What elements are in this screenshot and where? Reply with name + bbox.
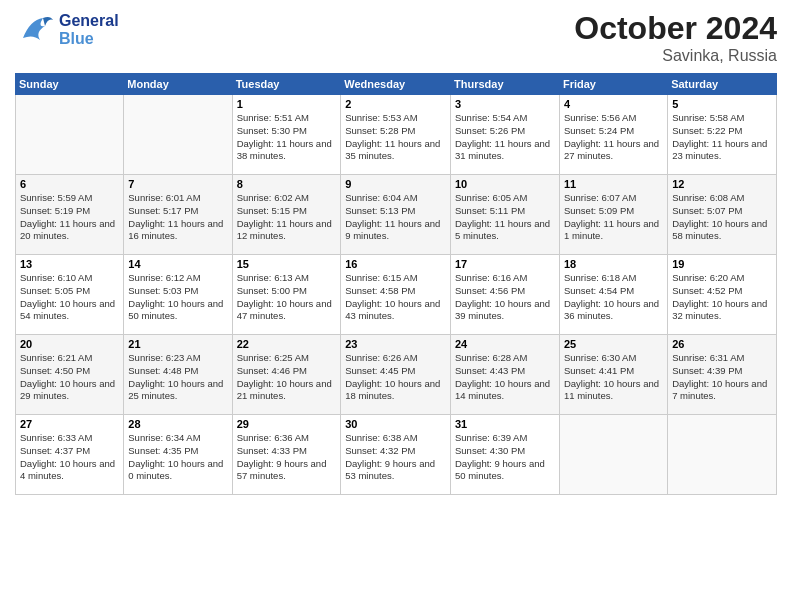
day-header-monday: Monday bbox=[124, 74, 232, 95]
calendar-cell: 6Sunrise: 5:59 AM Sunset: 5:19 PM Daylig… bbox=[16, 175, 124, 255]
day-number: 24 bbox=[455, 338, 555, 350]
day-number: 22 bbox=[237, 338, 337, 350]
calendar-cell: 22Sunrise: 6:25 AM Sunset: 4:46 PM Dayli… bbox=[232, 335, 341, 415]
calendar-cell: 20Sunrise: 6:21 AM Sunset: 4:50 PM Dayli… bbox=[16, 335, 124, 415]
calendar-cell: 18Sunrise: 6:18 AM Sunset: 4:54 PM Dayli… bbox=[559, 255, 667, 335]
calendar-cell: 16Sunrise: 6:15 AM Sunset: 4:58 PM Dayli… bbox=[341, 255, 451, 335]
day-number: 1 bbox=[237, 98, 337, 110]
month-title: October 2024 bbox=[574, 10, 777, 47]
day-header-friday: Friday bbox=[559, 74, 667, 95]
calendar-week-4: 20Sunrise: 6:21 AM Sunset: 4:50 PM Dayli… bbox=[16, 335, 777, 415]
day-info: Sunrise: 5:54 AM Sunset: 5:26 PM Dayligh… bbox=[455, 112, 555, 163]
calendar-cell: 17Sunrise: 6:16 AM Sunset: 4:56 PM Dayli… bbox=[450, 255, 559, 335]
day-number: 14 bbox=[128, 258, 227, 270]
title-block: October 2024 Savinka, Russia bbox=[574, 10, 777, 65]
calendar-cell: 11Sunrise: 6:07 AM Sunset: 5:09 PM Dayli… bbox=[559, 175, 667, 255]
day-info: Sunrise: 5:53 AM Sunset: 5:28 PM Dayligh… bbox=[345, 112, 446, 163]
calendar-cell: 12Sunrise: 6:08 AM Sunset: 5:07 PM Dayli… bbox=[668, 175, 777, 255]
calendar-cell: 23Sunrise: 6:26 AM Sunset: 4:45 PM Dayli… bbox=[341, 335, 451, 415]
logo: General Blue bbox=[15, 10, 119, 50]
day-info: Sunrise: 5:58 AM Sunset: 5:22 PM Dayligh… bbox=[672, 112, 772, 163]
day-number: 17 bbox=[455, 258, 555, 270]
day-number: 7 bbox=[128, 178, 227, 190]
day-header-sunday: Sunday bbox=[16, 74, 124, 95]
day-info: Sunrise: 6:05 AM Sunset: 5:11 PM Dayligh… bbox=[455, 192, 555, 243]
day-info: Sunrise: 6:26 AM Sunset: 4:45 PM Dayligh… bbox=[345, 352, 446, 403]
day-info: Sunrise: 6:04 AM Sunset: 5:13 PM Dayligh… bbox=[345, 192, 446, 243]
day-header-tuesday: Tuesday bbox=[232, 74, 341, 95]
day-info: Sunrise: 6:13 AM Sunset: 5:00 PM Dayligh… bbox=[237, 272, 337, 323]
page-header: General Blue October 2024 Savinka, Russi… bbox=[15, 10, 777, 65]
calendar-cell: 24Sunrise: 6:28 AM Sunset: 4:43 PM Dayli… bbox=[450, 335, 559, 415]
day-info: Sunrise: 6:25 AM Sunset: 4:46 PM Dayligh… bbox=[237, 352, 337, 403]
logo-text: General Blue bbox=[59, 12, 119, 47]
day-info: Sunrise: 5:56 AM Sunset: 5:24 PM Dayligh… bbox=[564, 112, 663, 163]
calendar-cell: 15Sunrise: 6:13 AM Sunset: 5:00 PM Dayli… bbox=[232, 255, 341, 335]
day-number: 15 bbox=[237, 258, 337, 270]
calendar-week-2: 6Sunrise: 5:59 AM Sunset: 5:19 PM Daylig… bbox=[16, 175, 777, 255]
day-info: Sunrise: 6:15 AM Sunset: 4:58 PM Dayligh… bbox=[345, 272, 446, 323]
day-info: Sunrise: 6:18 AM Sunset: 4:54 PM Dayligh… bbox=[564, 272, 663, 323]
day-info: Sunrise: 6:16 AM Sunset: 4:56 PM Dayligh… bbox=[455, 272, 555, 323]
calendar-cell: 14Sunrise: 6:12 AM Sunset: 5:03 PM Dayli… bbox=[124, 255, 232, 335]
day-info: Sunrise: 6:39 AM Sunset: 4:30 PM Dayligh… bbox=[455, 432, 555, 483]
day-number: 9 bbox=[345, 178, 446, 190]
calendar-week-5: 27Sunrise: 6:33 AM Sunset: 4:37 PM Dayli… bbox=[16, 415, 777, 495]
day-number: 23 bbox=[345, 338, 446, 350]
location: Savinka, Russia bbox=[574, 47, 777, 65]
calendar-cell bbox=[124, 95, 232, 175]
day-number: 20 bbox=[20, 338, 119, 350]
day-number: 16 bbox=[345, 258, 446, 270]
day-info: Sunrise: 6:36 AM Sunset: 4:33 PM Dayligh… bbox=[237, 432, 337, 483]
calendar-cell: 29Sunrise: 6:36 AM Sunset: 4:33 PM Dayli… bbox=[232, 415, 341, 495]
calendar-cell: 3Sunrise: 5:54 AM Sunset: 5:26 PM Daylig… bbox=[450, 95, 559, 175]
day-info: Sunrise: 6:30 AM Sunset: 4:41 PM Dayligh… bbox=[564, 352, 663, 403]
day-info: Sunrise: 6:34 AM Sunset: 4:35 PM Dayligh… bbox=[128, 432, 227, 483]
calendar-cell: 7Sunrise: 6:01 AM Sunset: 5:17 PM Daylig… bbox=[124, 175, 232, 255]
day-info: Sunrise: 6:20 AM Sunset: 4:52 PM Dayligh… bbox=[672, 272, 772, 323]
day-number: 19 bbox=[672, 258, 772, 270]
calendar-cell: 21Sunrise: 6:23 AM Sunset: 4:48 PM Dayli… bbox=[124, 335, 232, 415]
day-info: Sunrise: 6:28 AM Sunset: 4:43 PM Dayligh… bbox=[455, 352, 555, 403]
day-number: 18 bbox=[564, 258, 663, 270]
calendar-cell: 1Sunrise: 5:51 AM Sunset: 5:30 PM Daylig… bbox=[232, 95, 341, 175]
calendar-week-3: 13Sunrise: 6:10 AM Sunset: 5:05 PM Dayli… bbox=[16, 255, 777, 335]
day-number: 10 bbox=[455, 178, 555, 190]
calendar-cell: 10Sunrise: 6:05 AM Sunset: 5:11 PM Dayli… bbox=[450, 175, 559, 255]
day-header-saturday: Saturday bbox=[668, 74, 777, 95]
day-number: 3 bbox=[455, 98, 555, 110]
day-header-wednesday: Wednesday bbox=[341, 74, 451, 95]
day-info: Sunrise: 6:10 AM Sunset: 5:05 PM Dayligh… bbox=[20, 272, 119, 323]
calendar-cell bbox=[668, 415, 777, 495]
calendar-cell: 27Sunrise: 6:33 AM Sunset: 4:37 PM Dayli… bbox=[16, 415, 124, 495]
calendar-cell: 19Sunrise: 6:20 AM Sunset: 4:52 PM Dayli… bbox=[668, 255, 777, 335]
calendar-cell: 26Sunrise: 6:31 AM Sunset: 4:39 PM Dayli… bbox=[668, 335, 777, 415]
day-number: 11 bbox=[564, 178, 663, 190]
day-number: 25 bbox=[564, 338, 663, 350]
day-info: Sunrise: 6:07 AM Sunset: 5:09 PM Dayligh… bbox=[564, 192, 663, 243]
day-info: Sunrise: 6:01 AM Sunset: 5:17 PM Dayligh… bbox=[128, 192, 227, 243]
day-number: 2 bbox=[345, 98, 446, 110]
logo-blue: Blue bbox=[59, 30, 119, 48]
day-info: Sunrise: 6:38 AM Sunset: 4:32 PM Dayligh… bbox=[345, 432, 446, 483]
day-header-thursday: Thursday bbox=[450, 74, 559, 95]
calendar-cell: 5Sunrise: 5:58 AM Sunset: 5:22 PM Daylig… bbox=[668, 95, 777, 175]
calendar-cell bbox=[559, 415, 667, 495]
calendar-header-row: SundayMondayTuesdayWednesdayThursdayFrid… bbox=[16, 74, 777, 95]
day-number: 27 bbox=[20, 418, 119, 430]
day-number: 30 bbox=[345, 418, 446, 430]
calendar-table: SundayMondayTuesdayWednesdayThursdayFrid… bbox=[15, 73, 777, 495]
day-number: 8 bbox=[237, 178, 337, 190]
day-number: 6 bbox=[20, 178, 119, 190]
calendar-cell: 13Sunrise: 6:10 AM Sunset: 5:05 PM Dayli… bbox=[16, 255, 124, 335]
day-number: 5 bbox=[672, 98, 772, 110]
calendar-cell: 8Sunrise: 6:02 AM Sunset: 5:15 PM Daylig… bbox=[232, 175, 341, 255]
day-info: Sunrise: 6:08 AM Sunset: 5:07 PM Dayligh… bbox=[672, 192, 772, 243]
calendar-cell: 30Sunrise: 6:38 AM Sunset: 4:32 PM Dayli… bbox=[341, 415, 451, 495]
day-info: Sunrise: 5:51 AM Sunset: 5:30 PM Dayligh… bbox=[237, 112, 337, 163]
calendar-cell: 9Sunrise: 6:04 AM Sunset: 5:13 PM Daylig… bbox=[341, 175, 451, 255]
calendar-cell: 25Sunrise: 6:30 AM Sunset: 4:41 PM Dayli… bbox=[559, 335, 667, 415]
logo-icon bbox=[15, 10, 55, 50]
day-number: 13 bbox=[20, 258, 119, 270]
calendar-cell: 4Sunrise: 5:56 AM Sunset: 5:24 PM Daylig… bbox=[559, 95, 667, 175]
